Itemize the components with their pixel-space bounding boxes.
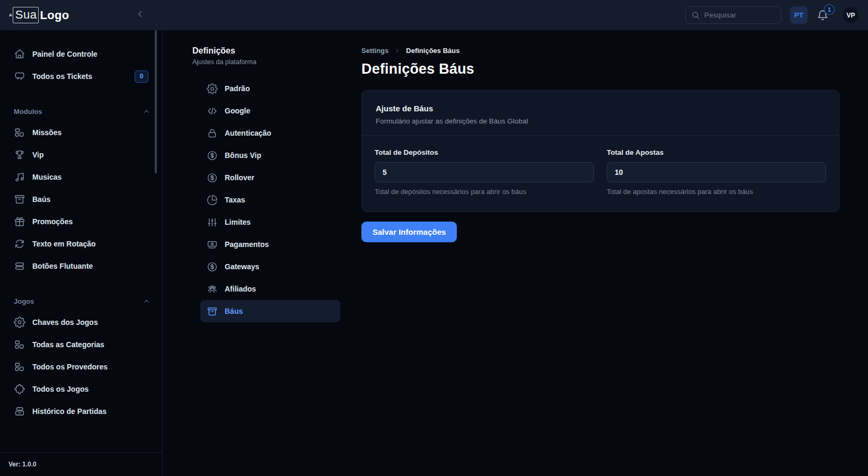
settings-item-afiliados[interactable]: Afiliados xyxy=(200,278,340,300)
sidebar-item-todos-os-jogos[interactable]: Todos os Jogos xyxy=(0,378,162,400)
field-total-depositos: Total de Depósitos Total de depósitos ne… xyxy=(375,148,594,196)
logo-prefix: Sua xyxy=(13,7,39,23)
breadcrumb-settings-link[interactable]: Settings xyxy=(361,47,388,55)
sidebar-item-botoes-flutuante[interactable]: Botões Flutuante xyxy=(0,255,162,277)
sidebar-collapse-button[interactable] xyxy=(134,7,147,21)
settings-item-label: Bônus Vip xyxy=(225,151,261,160)
total-depositos-input[interactable] xyxy=(375,162,594,182)
field-help-text: Total de apostas necessários para abrir … xyxy=(607,188,826,196)
settings-item-pagamentos[interactable]: Pagamentos xyxy=(200,233,340,255)
field-help-text: Total de depósitos necessários para abri… xyxy=(375,188,594,196)
card-body: Total de Depósitos Total de depósitos ne… xyxy=(362,136,839,211)
sidebar-section-jogos[interactable]: Jogos xyxy=(0,291,162,311)
settings-item-label: Taxas xyxy=(225,196,245,204)
sidebar-item-promocoes[interactable]: Promoções xyxy=(0,210,162,233)
topbar: A Sua Logo PT 1 VP xyxy=(0,0,868,30)
sidebar-item-todas-as-categorias[interactable]: Todas as Categorias xyxy=(0,333,162,356)
section-title: Modulos xyxy=(14,108,42,116)
sidebar-item-label: Promoções xyxy=(32,217,73,226)
settings-item-taxas[interactable]: Taxas xyxy=(200,189,340,211)
settings-item-label: Gateways xyxy=(225,262,259,271)
settings-item-limites[interactable]: Limites xyxy=(200,211,340,233)
settings-item-rollover[interactable]: Rollover xyxy=(200,166,340,189)
puzzle-icon xyxy=(14,383,25,395)
settings-item-baus[interactable]: Báus xyxy=(200,300,340,322)
code-icon xyxy=(207,105,218,117)
chevron-right-icon xyxy=(394,47,401,54)
settings-item-padrao[interactable]: Padrão xyxy=(200,77,340,100)
sidebar-item-label: Chaves dos Jogos xyxy=(32,318,98,327)
breadcrumb-current: Definições Báus xyxy=(406,47,459,55)
settings-nav-subtitle: Ajustes da plataforma xyxy=(192,58,356,66)
sidebar-item-label: Todos os Tickets xyxy=(32,72,92,81)
sidebar-item-todos-os-provedores[interactable]: Todos os Provedores xyxy=(0,356,162,378)
app-version: Ver: 1.0.0 xyxy=(8,461,37,468)
trophy-icon xyxy=(14,149,25,161)
page-title: Definições Báus xyxy=(361,61,839,77)
settings-item-autenticacao[interactable]: Autenticação xyxy=(200,122,340,144)
sidebar-item-label: Botões Flutuante xyxy=(32,262,93,270)
settings-nav-title: Definições xyxy=(192,46,356,56)
settings-item-label: Padrão xyxy=(225,84,250,93)
sidebar-item-musicas[interactable]: Musicas xyxy=(0,166,162,188)
sidebar-footer: Ver: 1.0.0 xyxy=(0,452,162,476)
sidebar-item-label: Baús xyxy=(32,195,50,204)
settings-item-gateways[interactable]: Gateways xyxy=(200,255,340,278)
sidebar-scrollbar[interactable] xyxy=(155,30,157,173)
gift-icon xyxy=(14,216,25,227)
dollar-circle-icon xyxy=(207,150,218,161)
settings-item-bonus-vip[interactable]: Bônus Vip xyxy=(200,144,340,166)
pie-chart-icon xyxy=(207,195,218,206)
grid-icon xyxy=(14,127,25,138)
grid-icon xyxy=(14,339,25,350)
sidebar-item-historico-de-partidas[interactable]: Histórico de Partidas xyxy=(0,400,162,422)
chest-icon xyxy=(207,306,218,317)
settings-nav-list: Padrão Google Autenticação Bônus Vip xyxy=(200,77,356,322)
settings-item-label: Limites xyxy=(225,218,251,226)
notification-count-badge: 1 xyxy=(824,4,835,15)
sidebar-item-texto-em-rotacao[interactable]: Texto em Rotação xyxy=(0,233,162,255)
users-icon xyxy=(207,284,218,295)
dollar-circle-icon xyxy=(207,261,218,272)
settings-item-label: Google xyxy=(225,107,250,115)
sidebar-item-vip[interactable]: Vip xyxy=(0,144,162,166)
search-input[interactable] xyxy=(704,11,768,19)
total-apostas-input[interactable] xyxy=(607,162,826,182)
chevron-up-icon xyxy=(143,108,150,116)
card-subtitle: Formulário ajustar as definições de Báus… xyxy=(376,117,825,125)
section-title: Jogos xyxy=(14,297,34,305)
drawer-icon xyxy=(14,406,25,417)
sidebar-item-missoes[interactable]: Missões xyxy=(0,121,162,144)
sidebar-item-chaves-dos-jogos[interactable]: Chaves dos Jogos xyxy=(0,311,162,333)
sidebar-item-label: Painel de Controle xyxy=(32,50,98,58)
chevron-left-icon xyxy=(135,9,145,19)
settings-item-label: Pagamentos xyxy=(225,240,269,249)
sidebar-item-todos-os-tickets[interactable]: Todos os Tickets 0 xyxy=(0,65,162,87)
search-box xyxy=(685,6,781,24)
sliders-icon xyxy=(207,217,218,228)
sidebar-item-label: Missões xyxy=(32,128,61,137)
sidebar-item-label: Todos os Jogos xyxy=(32,385,88,393)
settings-item-google[interactable]: Google xyxy=(200,100,340,122)
field-total-apostas: Total de Apostas Total de apostas necess… xyxy=(607,148,826,196)
app-logo[interactable]: A Sua Logo xyxy=(9,0,69,30)
avatar[interactable]: VP xyxy=(842,6,860,24)
field-label: Total de Apostas xyxy=(607,148,826,156)
grid-icon xyxy=(14,361,25,373)
logo-mark: A xyxy=(9,13,12,17)
save-button[interactable]: Salvar Informações xyxy=(361,222,457,242)
sidebar-section-modulos[interactable]: Modulos xyxy=(0,101,162,121)
sidebar-item-painel-de-controle[interactable]: Painel de Controle xyxy=(0,43,162,65)
field-label: Total de Depósitos xyxy=(375,148,594,156)
notifications-button[interactable]: 1 xyxy=(817,9,829,21)
language-button[interactable]: PT xyxy=(790,6,808,24)
lock-icon xyxy=(207,128,218,139)
tickets-count-badge: 0 xyxy=(135,70,148,83)
card-header: Ajuste de Báus Formulário ajustar as def… xyxy=(362,91,839,136)
sidebar-item-baus[interactable]: Baús xyxy=(0,188,162,210)
home-icon xyxy=(14,48,25,60)
stack-icon xyxy=(14,260,25,272)
gear-icon xyxy=(207,83,218,94)
settings-item-label: Autenticação xyxy=(225,129,271,137)
chest-icon xyxy=(14,193,25,205)
